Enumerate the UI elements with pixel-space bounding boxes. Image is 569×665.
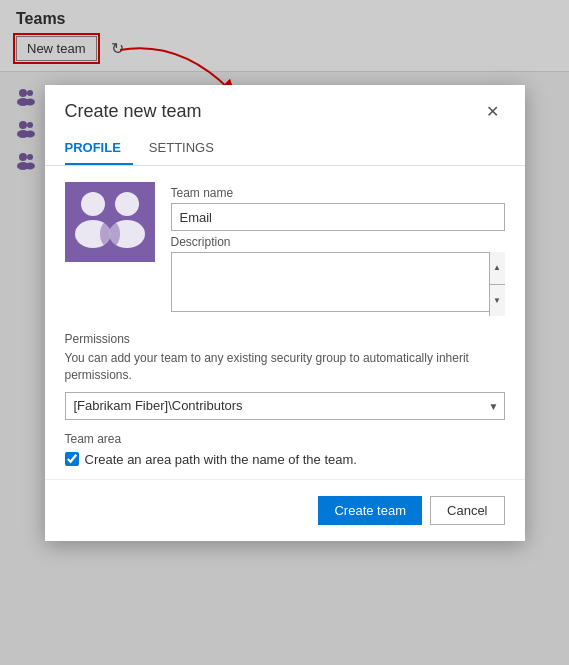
permissions-select-wrapper: [Fabrikam Fiber]\Contributors [Fabrikam …	[65, 392, 505, 420]
permissions-label: Permissions	[65, 332, 505, 346]
permissions-description: You can add your team to any existing se…	[65, 350, 505, 384]
form-section: Team name Description ▲ ▼	[171, 182, 505, 316]
svg-point-14	[115, 192, 139, 216]
scroll-up-button[interactable]: ▲	[490, 252, 505, 285]
svg-point-16	[100, 220, 120, 248]
team-area-section: Team area Create an area path with the n…	[45, 420, 525, 467]
scroll-down-button[interactable]: ▼	[490, 285, 505, 317]
team-name-label: Team name	[171, 186, 505, 200]
textarea-scrollbar: ▲ ▼	[489, 252, 505, 316]
tab-profile[interactable]: PROFILE	[65, 132, 133, 165]
modal-footer: Create team Cancel	[45, 479, 525, 541]
create-team-button[interactable]: Create team	[318, 496, 422, 525]
svg-point-12	[81, 192, 105, 216]
modal-title: Create new team	[65, 101, 202, 122]
description-label: Description	[171, 235, 505, 249]
close-button[interactable]: ✕	[480, 102, 505, 122]
team-area-label: Team area	[65, 432, 505, 446]
modal-tabs: PROFILE SETTINGS	[45, 132, 525, 166]
description-wrapper: ▲ ▼	[171, 252, 505, 316]
team-avatar	[65, 182, 155, 262]
team-area-checkbox-label[interactable]: Create an area path with the name of the…	[85, 452, 357, 467]
modal-body: Team name Description ▲ ▼	[45, 166, 525, 332]
description-input[interactable]	[171, 252, 505, 312]
modal-overlay: Create new team ✕ PROFILE SETTINGS	[0, 0, 569, 665]
cancel-button[interactable]: Cancel	[430, 496, 504, 525]
tab-settings[interactable]: SETTINGS	[149, 132, 226, 165]
permissions-section: Permissions You can add your team to any…	[45, 332, 525, 420]
create-team-modal: Create new team ✕ PROFILE SETTINGS	[45, 85, 525, 541]
permissions-select[interactable]: [Fabrikam Fiber]\Contributors [Fabrikam …	[65, 392, 505, 420]
team-area-checkbox[interactable]	[65, 452, 79, 466]
modal-header: Create new team ✕	[45, 85, 525, 132]
checkbox-row: Create an area path with the name of the…	[65, 452, 505, 467]
avatar-svg	[65, 182, 155, 262]
team-name-input[interactable]	[171, 203, 505, 231]
